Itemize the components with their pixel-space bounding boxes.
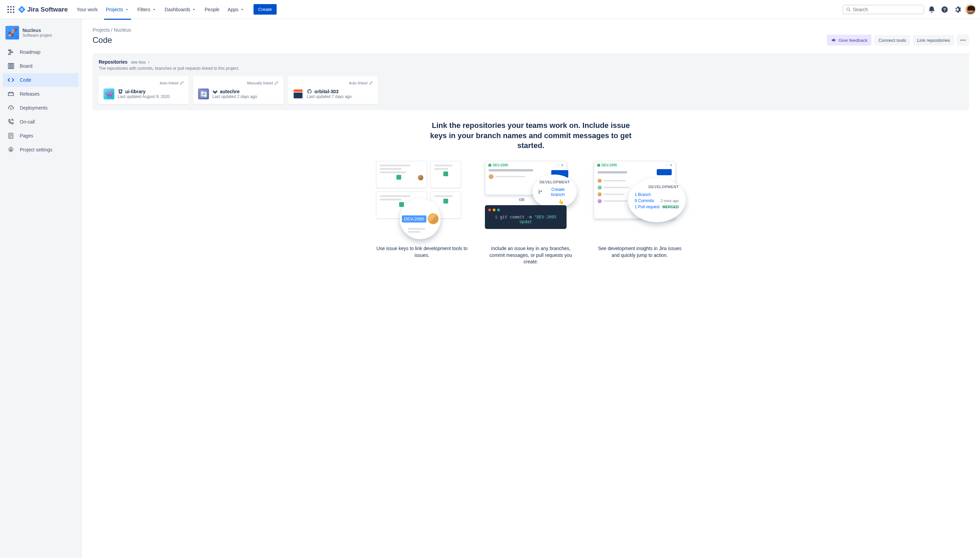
- roadmap-icon: [7, 48, 15, 56]
- svg-text:?: ?: [943, 7, 946, 12]
- releases-icon: [7, 90, 15, 98]
- project-name: Nucleus: [23, 28, 52, 33]
- svg-rect-5: [13, 9, 14, 10]
- svg-point-25: [962, 39, 963, 41]
- sidebar: Nucleus Software project Roadmap Board C…: [0, 19, 82, 558]
- oncall-icon: [7, 118, 15, 126]
- project-header[interactable]: Nucleus Software project: [3, 26, 79, 45]
- svg-rect-14: [10, 52, 13, 53]
- give-feedback-button[interactable]: Give feedback: [827, 35, 872, 46]
- repo-link-type: Auto linked: [103, 81, 184, 85]
- illustration-include-key: DEV-2095⋯ ✕ OR DEVELOPMENT Create branch: [485, 161, 577, 265]
- sidebar-deployments[interactable]: Deployments: [3, 101, 79, 115]
- branch-icon: [538, 190, 542, 194]
- project-icon: [5, 26, 19, 39]
- search-input[interactable]: [853, 7, 921, 12]
- sidebar-code[interactable]: Code: [3, 73, 79, 87]
- repo-updated: Last updated August 9, 2020: [118, 94, 170, 99]
- svg-point-24: [960, 39, 962, 41]
- or-text: OR: [519, 198, 525, 202]
- repo-name: orbital-303: [314, 89, 338, 94]
- illustration-issue-keys: DEV-2095 Use issue keys to link developm…: [376, 161, 468, 265]
- svg-rect-0: [8, 6, 9, 8]
- repo-avatar: [293, 89, 304, 99]
- svg-rect-15: [8, 54, 11, 55]
- help-icon[interactable]: ?: [939, 4, 950, 15]
- nav-dashboards[interactable]: Dashboards: [161, 4, 200, 15]
- illustrations: DEV-2095 Use issue keys to link developm…: [92, 161, 969, 265]
- sidebar-board[interactable]: Board: [3, 59, 79, 73]
- svg-rect-17: [10, 64, 11, 69]
- sidebar-releases[interactable]: Releases: [3, 87, 79, 101]
- svg-rect-8: [13, 11, 14, 13]
- sidebar-settings[interactable]: Project settings: [3, 143, 79, 156]
- code-icon: [7, 76, 15, 84]
- sidebar-pages[interactable]: Pages: [3, 129, 79, 143]
- settings-icon[interactable]: [952, 4, 963, 15]
- repositories-section: Repositories see less The repositories w…: [92, 53, 969, 110]
- illustration-caption: See development insights in Jira issues …: [594, 245, 686, 259]
- logo-text: Jira Software: [27, 6, 68, 13]
- illustration-caption: Include an issue key in any branches, co…: [485, 245, 577, 265]
- svg-rect-7: [10, 11, 11, 13]
- svg-rect-18: [12, 64, 14, 69]
- nav-apps[interactable]: Apps: [224, 4, 248, 15]
- nav-people[interactable]: People: [201, 4, 223, 15]
- repo-card[interactable]: Auto linked orbital-303 Last updated 7 d…: [288, 76, 378, 104]
- svg-rect-27: [488, 164, 491, 166]
- issue-key-highlight: DEV-2095: [402, 215, 426, 223]
- profile-avatar[interactable]: [965, 4, 976, 15]
- repo-card[interactable]: Auto linked ui-library Last updated Augu…: [98, 76, 189, 104]
- gitlab-icon: [212, 89, 218, 94]
- repo-card[interactable]: Manually linked autechre Last updated 2 …: [193, 76, 283, 104]
- svg-point-26: [964, 39, 965, 41]
- link-repositories-button[interactable]: Link repositories: [913, 35, 954, 46]
- more-actions-button[interactable]: [957, 35, 969, 46]
- jira-logo[interactable]: Jira Software: [18, 5, 68, 14]
- connect-tools-button[interactable]: Connect tools: [874, 35, 910, 46]
- chevron-down-icon: [240, 7, 245, 12]
- create-button[interactable]: Create: [253, 4, 277, 15]
- sidebar-roadmap[interactable]: Roadmap: [3, 45, 79, 59]
- repo-section-subtitle: The repositories with commits, branches …: [98, 66, 963, 71]
- svg-rect-6: [8, 11, 9, 13]
- repo-updated: Last updated 2 days ago: [212, 94, 257, 99]
- nav-projects[interactable]: Projects: [102, 4, 133, 15]
- chevron-down-icon: [152, 7, 156, 12]
- svg-rect-31: [597, 164, 600, 166]
- svg-rect-3: [8, 9, 9, 10]
- repo-link-type: Auto linked: [293, 81, 373, 85]
- chevron-down-icon: [192, 7, 196, 12]
- see-less-toggle[interactable]: see less: [131, 60, 151, 65]
- svg-rect-2: [13, 6, 14, 8]
- repo-name: ui-library: [125, 89, 146, 94]
- link-icon: [369, 81, 373, 85]
- megaphone-icon: [831, 38, 836, 43]
- svg-point-9: [847, 8, 849, 11]
- svg-rect-16: [8, 64, 10, 69]
- nav-filters[interactable]: Filters: [134, 4, 160, 15]
- svg-point-23: [10, 149, 12, 151]
- sidebar-oncall[interactable]: On-call: [3, 115, 79, 129]
- notifications-icon[interactable]: [926, 4, 937, 15]
- repo-avatar: [198, 89, 209, 99]
- board-icon: [7, 62, 15, 70]
- nav-your-work[interactable]: Your work: [73, 4, 101, 15]
- svg-rect-13: [8, 50, 11, 51]
- pages-icon: [7, 132, 15, 140]
- app-switcher-icon[interactable]: [7, 5, 15, 14]
- chevron-down-icon: [147, 60, 151, 64]
- svg-line-10: [849, 10, 850, 11]
- search-field[interactable]: [842, 5, 924, 14]
- svg-rect-1: [10, 6, 11, 8]
- repo-name: autechre: [220, 89, 240, 94]
- svg-point-28: [538, 190, 539, 191]
- more-icon: [960, 37, 966, 44]
- svg-rect-4: [10, 9, 11, 10]
- repo-avatar: [103, 89, 114, 99]
- search-icon: [846, 7, 851, 12]
- gear-icon: [7, 146, 15, 154]
- terminal: $ git commit -m "DEV-2095 Updat: [485, 205, 566, 229]
- breadcrumb[interactable]: Projects / Nucleus: [92, 27, 969, 33]
- top-nav: Jira Software Your work Projects Filters…: [0, 0, 980, 19]
